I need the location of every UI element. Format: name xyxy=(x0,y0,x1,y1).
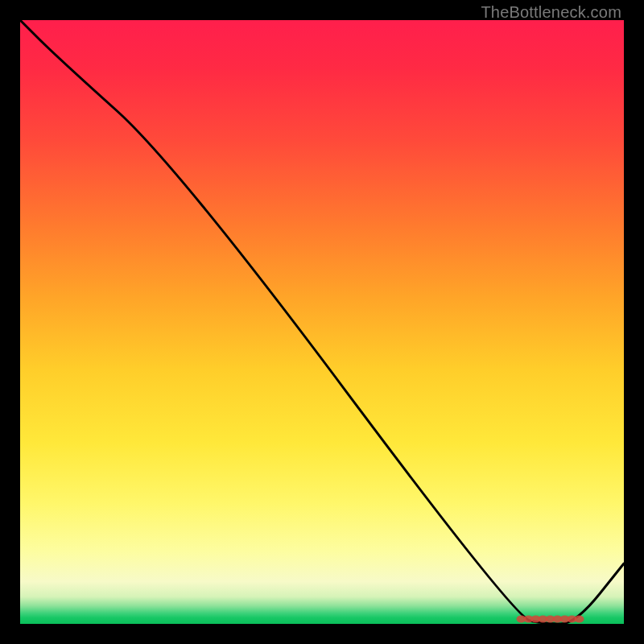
watermark-text: TheBottleneck.com xyxy=(481,3,621,22)
marker-dot xyxy=(575,616,584,623)
chart-svg xyxy=(20,20,624,624)
chart-frame: TheBottleneck.com xyxy=(0,0,644,644)
line-series xyxy=(20,20,624,624)
marker-cluster xyxy=(517,616,584,623)
line-path xyxy=(20,20,624,624)
